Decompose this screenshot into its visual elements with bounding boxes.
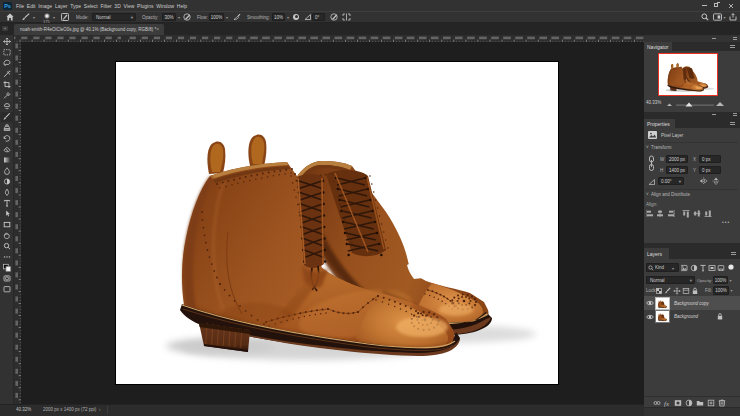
- svg-text:fx: fx: [664, 400, 670, 408]
